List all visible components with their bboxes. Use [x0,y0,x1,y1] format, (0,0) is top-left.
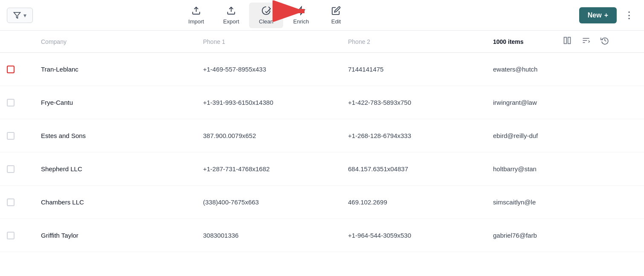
row-checkbox[interactable] [7,132,41,140]
checkbox-box[interactable] [7,66,15,73]
checkbox-box[interactable] [7,198,15,206]
new-label: New [588,12,602,19]
row-phone1: +1-391-993-6150x14380 [203,99,348,106]
row-phone2: 469.102.2699 [348,198,493,206]
table-row[interactable]: Chambers LLC (338)400-7675x663 469.102.2… [0,186,644,219]
clean-label: Clean [259,18,273,25]
chevron-down-icon: ▾ [23,12,26,19]
row-checkbox[interactable] [7,198,41,206]
enrich-label: Enrich [293,18,309,25]
row-phone2: +1-964-544-3059x530 [348,232,493,239]
history-icon [600,36,609,45]
filter-icon [13,12,21,19]
history-button[interactable] [599,34,611,49]
row-company: Griffith Taylor [41,232,203,239]
toolbar-right: New + ⋮ [579,6,637,24]
row-phone2: 7144141475 [348,66,493,73]
sort-icon [582,36,590,45]
export-icon [226,6,236,17]
table-row[interactable]: Tran-Leblanc +1-469-557-8955x433 7144141… [0,53,644,86]
svg-rect-6 [564,37,567,44]
new-button[interactable]: New + [579,7,617,23]
header-phone2: Phone 2 [348,38,493,45]
header-phone1: Phone 1 [203,38,348,45]
row-email: simscaitlyn@le [493,198,637,206]
import-label: Import [189,18,204,25]
row-phone1: 387.900.0079x652 [203,132,348,139]
columns-icon [563,36,571,45]
svg-marker-0 [14,12,20,18]
import-button[interactable]: Import [179,3,213,28]
row-checkbox[interactable] [7,66,41,73]
svg-marker-5 [298,6,305,14]
edit-icon [331,6,341,17]
row-phone2: 684.157.6351x04837 [348,165,493,172]
row-phone1: +1-287-731-4768x1682 [203,165,348,172]
header-company: Company [41,38,203,45]
export-label: Export [223,18,239,25]
more-options-button[interactable]: ⋮ [621,6,637,24]
edit-button[interactable]: Edit [319,3,353,28]
row-company: Tran-Leblanc [41,66,203,73]
sort-button[interactable] [580,34,592,49]
enrich-button[interactable]: Enrich [284,3,318,28]
import-icon [191,6,201,17]
clean-button[interactable]: Clean [249,3,283,28]
checkbox-box[interactable] [7,99,15,106]
row-company: Shepherd LLC [41,165,203,172]
row-company: Estes and Sons [41,132,203,139]
table-row[interactable]: Shepherd LLC +1-287-731-4768x1682 684.15… [0,152,644,186]
row-phone1: 3083001336 [203,232,348,239]
checkbox-box[interactable] [7,132,15,140]
row-company: Chambers LLC [41,198,203,206]
columns-toggle-button[interactable] [561,34,573,49]
main-toolbar: ▾ Import Export [0,0,644,31]
row-checkbox[interactable] [7,165,41,173]
clean-icon [261,6,271,17]
checkbox-box[interactable] [7,232,15,239]
table-row[interactable]: Griffith Taylor 3083001336 +1-964-544-30… [0,219,644,252]
items-count: 1000 items [493,38,561,45]
edit-label: Edit [331,18,341,25]
table-row[interactable]: Estes and Sons 387.900.0079x652 +1-268-1… [0,119,644,152]
row-email: ewaters@hutch [493,66,637,73]
new-plus-icon: + [604,12,608,19]
row-email: irwingrant@law [493,99,637,106]
toolbar-center: Import Export [179,3,353,28]
row-phone2: +1-422-783-5893x750 [348,99,493,106]
checkbox-box[interactable] [7,165,15,173]
table-body: Tran-Leblanc +1-469-557-8955x433 7144141… [0,53,644,252]
svg-rect-7 [568,37,571,44]
toolbar-left: ▾ [7,8,177,23]
row-email: holtbarry@stan [493,165,637,172]
table-header: Company Phone 1 Phone 2 1000 items [0,31,644,53]
row-checkbox[interactable] [7,232,41,239]
row-checkbox[interactable] [7,99,41,106]
more-icon: ⋮ [624,10,634,20]
table-row[interactable]: Frye-Cantu +1-391-993-6150x14380 +1-422-… [0,86,644,119]
row-email: gabriel76@farb [493,232,637,239]
enrich-icon [296,6,306,17]
header-tools [561,34,611,49]
row-phone2: +1-268-128-6794x333 [348,132,493,139]
row-email: ebird@reilly-duf [493,132,637,139]
filter-button[interactable]: ▾ [7,8,33,23]
export-button[interactable]: Export [214,3,248,28]
row-company: Frye-Cantu [41,99,203,106]
row-phone1: (338)400-7675x663 [203,198,348,206]
row-phone1: +1-469-557-8955x433 [203,66,348,73]
